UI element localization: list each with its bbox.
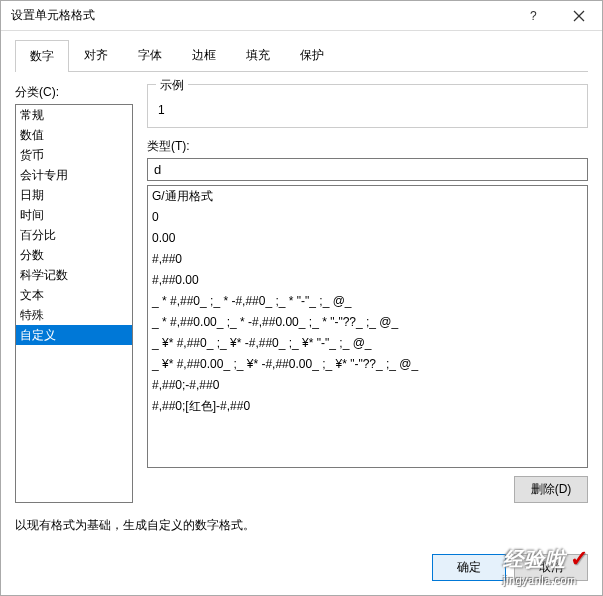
svg-text:?: ?	[530, 10, 537, 22]
ok-button[interactable]: 确定	[432, 554, 506, 581]
list-item-selected[interactable]: 自定义	[16, 325, 132, 345]
format-cells-dialog: 设置单元格格式 ? 数字 对齐 字体 边框 填充 保护 分类(C): 常规 数值…	[0, 0, 603, 596]
tab-fill[interactable]: 填充	[231, 39, 285, 71]
category-label: 分类(C):	[15, 84, 133, 101]
list-item[interactable]: 日期	[16, 185, 132, 205]
list-item[interactable]: #,##0;-#,##0	[148, 375, 587, 396]
category-column: 分类(C): 常规 数值 货币 会计专用 日期 时间 百分比 分数 科学记数 文…	[15, 84, 133, 503]
list-item[interactable]: 0	[148, 207, 587, 228]
dialog-title: 设置单元格格式	[11, 7, 510, 24]
delete-button[interactable]: 删除(D)	[514, 476, 588, 503]
content-area: 分类(C): 常规 数值 货币 会计专用 日期 时间 百分比 分数 科学记数 文…	[15, 72, 588, 503]
list-item[interactable]: #,##0.00	[148, 270, 587, 291]
type-input[interactable]	[147, 158, 588, 181]
type-label: 类型(T):	[147, 138, 588, 155]
list-item[interactable]: G/通用格式	[148, 186, 587, 207]
list-item[interactable]: 文本	[16, 285, 132, 305]
tab-number[interactable]: 数字	[15, 40, 69, 72]
sample-value: 1	[158, 103, 577, 117]
sample-groupbox: 示例 1	[147, 84, 588, 128]
help-button[interactable]: ?	[510, 1, 556, 31]
list-item[interactable]: 数值	[16, 125, 132, 145]
list-item[interactable]: 特殊	[16, 305, 132, 325]
tab-border[interactable]: 边框	[177, 39, 231, 71]
tab-font[interactable]: 字体	[123, 39, 177, 71]
list-item[interactable]: 会计专用	[16, 165, 132, 185]
close-button[interactable]	[556, 1, 602, 31]
description-text: 以现有格式为基础，生成自定义的数字格式。	[15, 517, 588, 534]
tab-bar: 数字 对齐 字体 边框 填充 保护	[15, 39, 588, 72]
cancel-button[interactable]: 取消	[514, 554, 588, 581]
delete-row: 删除(D)	[147, 476, 588, 503]
dialog-footer: 确定 取消 经验啦✓ jingyanla.com	[1, 544, 602, 595]
list-item[interactable]: 分数	[16, 245, 132, 265]
titlebar: 设置单元格格式 ?	[1, 1, 602, 31]
dialog-body: 数字 对齐 字体 边框 填充 保护 分类(C): 常规 数值 货币 会计专用 日…	[1, 31, 602, 544]
category-listbox[interactable]: 常规 数值 货币 会计专用 日期 时间 百分比 分数 科学记数 文本 特殊 自定…	[15, 104, 133, 503]
list-item[interactable]: #,##0	[148, 249, 587, 270]
list-item[interactable]: #,##0;[红色]-#,##0	[148, 396, 587, 417]
list-item[interactable]: _ ¥* #,##0_ ;_ ¥* -#,##0_ ;_ ¥* "-"_ ;_ …	[148, 333, 587, 354]
list-item[interactable]: 0.00	[148, 228, 587, 249]
list-item[interactable]: 货币	[16, 145, 132, 165]
tab-alignment[interactable]: 对齐	[69, 39, 123, 71]
tab-protection[interactable]: 保护	[285, 39, 339, 71]
format-listbox[interactable]: G/通用格式 0 0.00 #,##0 #,##0.00 _ * #,##0_ …	[147, 185, 588, 468]
list-item[interactable]: 科学记数	[16, 265, 132, 285]
list-item[interactable]: 常规	[16, 105, 132, 125]
list-item[interactable]: _ * #,##0.00_ ;_ * -#,##0.00_ ;_ * "-"??…	[148, 312, 587, 333]
list-item[interactable]: 百分比	[16, 225, 132, 245]
list-item[interactable]: _ ¥* #,##0.00_ ;_ ¥* -#,##0.00_ ;_ ¥* "-…	[148, 354, 587, 375]
details-column: 示例 1 类型(T): G/通用格式 0 0.00 #,##0 #,##0.00…	[147, 84, 588, 503]
list-item[interactable]: _ * #,##0_ ;_ * -#,##0_ ;_ * "-"_ ;_ @_	[148, 291, 587, 312]
sample-label: 示例	[156, 77, 188, 94]
list-item[interactable]: 时间	[16, 205, 132, 225]
